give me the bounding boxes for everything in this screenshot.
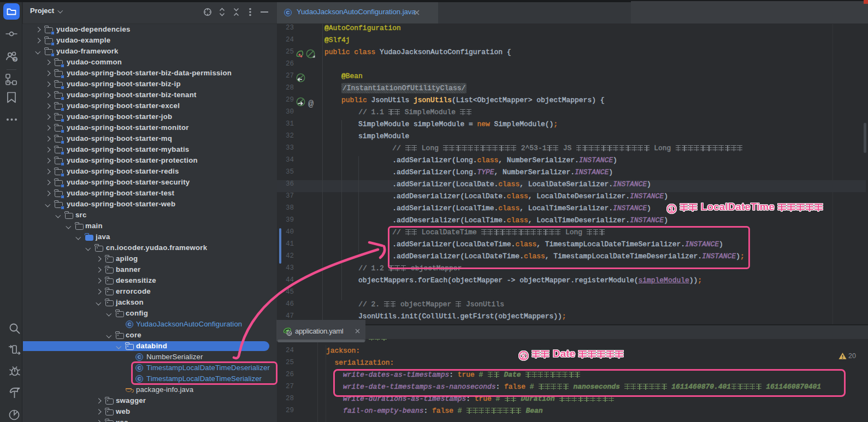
svg-text:?: ?	[14, 57, 16, 62]
svg-text:@: @	[308, 99, 314, 109]
